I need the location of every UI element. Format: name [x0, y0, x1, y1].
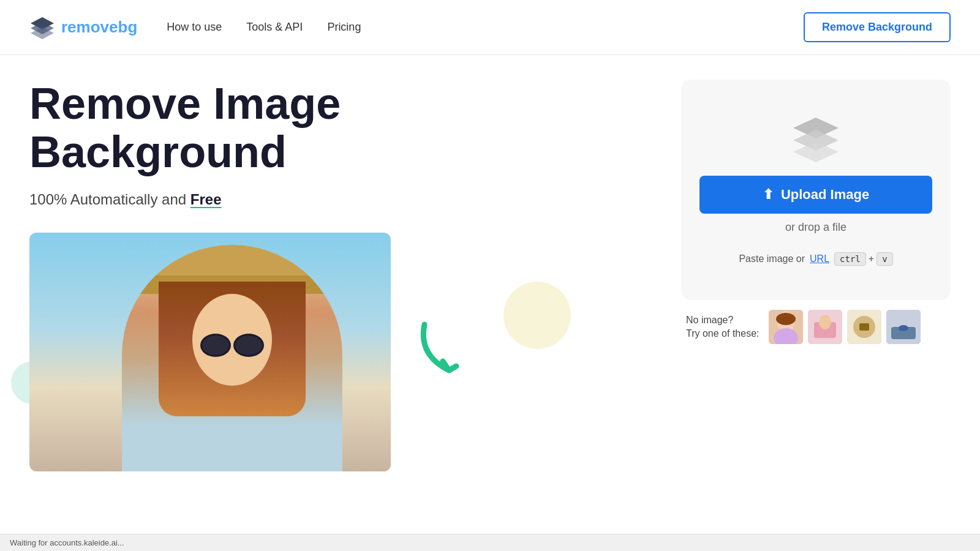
svg-point-12	[819, 315, 831, 329]
upload-image-button[interactable]: ⬆ Upload Image	[699, 176, 932, 214]
hero-image-area	[29, 233, 657, 471]
hero-right: ⬆ Upload Image or drop a file Paste imag…	[681, 80, 951, 344]
svg-point-9	[776, 313, 796, 325]
nav-link-how-to-use[interactable]: How to use	[167, 21, 222, 34]
kbd-v: v	[876, 252, 892, 266]
nav-link-tools-api[interactable]: Tools & API	[246, 21, 303, 34]
no-image-text: No image? Try one of these:	[686, 313, 759, 341]
sample-thumb-4[interactable]	[886, 310, 921, 344]
logo-text: removebg	[61, 18, 137, 37]
paste-label: Paste image or	[739, 253, 805, 264]
upload-icon: ⬆	[763, 187, 774, 203]
lens-left	[200, 334, 231, 357]
navbar: removebg How to use Tools & API Pricing …	[0, 0, 980, 55]
status-text: Waiting for accounts.kaleide.ai...	[10, 538, 124, 547]
figure-silhouette	[122, 245, 342, 471]
hero-title: Remove Image Background	[29, 80, 657, 176]
green-arrow-icon	[406, 318, 473, 386]
nav-links: How to use Tools & API Pricing	[167, 21, 361, 34]
sample-thumb-2[interactable]	[808, 310, 842, 344]
svg-rect-15	[859, 323, 869, 331]
no-image-section: No image? Try one of these:	[681, 310, 951, 344]
kbd-ctrl: ctrl	[834, 252, 866, 266]
hero-left: Remove Image Background 100% Automatical…	[29, 80, 681, 471]
remove-background-button[interactable]: Remove Background	[804, 12, 951, 42]
nav-link-pricing[interactable]: Pricing	[327, 21, 361, 34]
paste-url-link[interactable]: URL	[810, 253, 829, 264]
hero-subtitle: 100% Automatically and Free	[29, 191, 657, 208]
layers-icon	[788, 114, 843, 163]
svg-point-18	[899, 325, 908, 331]
sample-thumbnails	[769, 310, 921, 344]
status-bar: Waiting for accounts.kaleide.ai...	[0, 534, 980, 551]
sunglasses	[200, 334, 264, 357]
lens-right	[233, 334, 264, 357]
keyboard-hint: ctrl + v	[834, 252, 893, 266]
svg-marker-5	[793, 141, 839, 162]
kbd-plus: +	[869, 253, 874, 264]
paste-area: Paste image or URL ctrl + v	[739, 252, 892, 266]
logo-icon	[29, 16, 55, 39]
hero-photo	[29, 233, 391, 471]
sample-thumb-3[interactable]	[847, 310, 881, 344]
sample-thumb-1[interactable]	[769, 310, 803, 344]
main-content: Remove Image Background 100% Automatical…	[0, 55, 980, 551]
upload-card: ⬆ Upload Image or drop a file Paste imag…	[681, 80, 951, 300]
logo[interactable]: removebg	[29, 16, 137, 39]
circle-decoration-yellow	[503, 282, 571, 349]
drop-file-text: or drop a file	[785, 221, 846, 234]
